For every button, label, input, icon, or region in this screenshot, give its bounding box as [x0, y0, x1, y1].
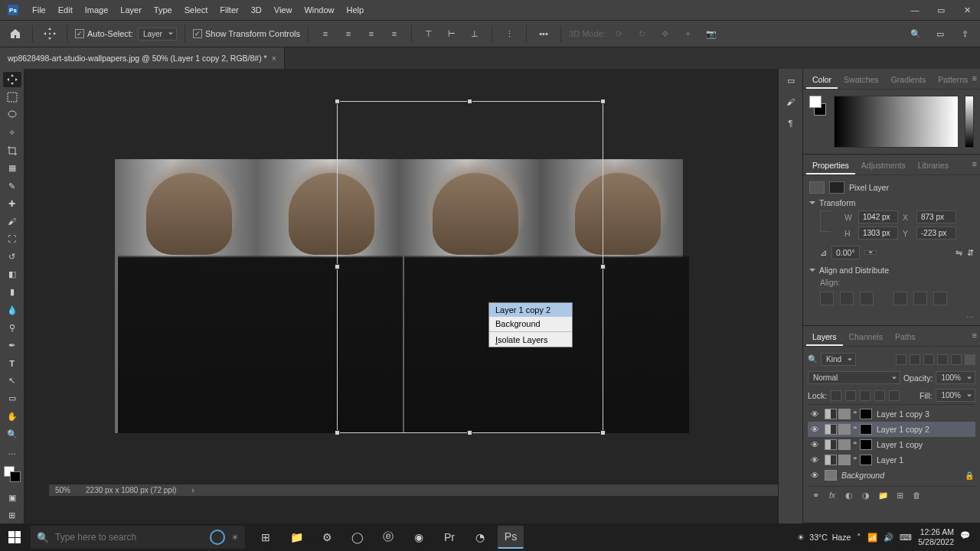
panel-menu-icon[interactable]: ≡ — [972, 159, 977, 168]
language-icon[interactable]: ⌨ — [900, 533, 912, 542]
tab-gradients[interactable]: Gradients — [885, 72, 933, 89]
align-bottom-icon[interactable]: ⊥ — [466, 24, 484, 43]
history-brush-tool[interactable]: ↺ — [3, 249, 21, 265]
more-options-icon[interactable]: ••• — [534, 24, 553, 43]
quick-mask-tool[interactable]: ▣ — [3, 491, 21, 506]
angle-dropdown[interactable] — [864, 250, 877, 255]
flip-v-icon[interactable]: ⇵ — [967, 248, 974, 257]
brush-tool[interactable]: 🖌 — [3, 214, 21, 229]
status-arrow-icon[interactable]: › — [191, 486, 194, 494]
layer-item[interactable]: 👁⚭Layer 1 copy — [808, 437, 975, 452]
photoshop-icon[interactable]: Ps — [498, 526, 524, 549]
show-transform-checkbox[interactable]: Show Transform Controls — [193, 29, 300, 38]
align-left-icon[interactable]: ≡ — [316, 24, 335, 43]
search-input[interactable] — [55, 532, 204, 543]
clock[interactable]: 12:26 AM 5/28/2022 — [918, 527, 954, 546]
menu-layer[interactable]: Layer — [114, 2, 148, 18]
path-tool[interactable]: ↖ — [3, 373, 21, 389]
network-icon[interactable]: 📶 — [867, 533, 877, 543]
edit-toolbar[interactable]: … — [3, 444, 21, 459]
layer-mask-icon[interactable]: ◐ — [843, 490, 855, 500]
color-swatch[interactable] — [4, 466, 21, 481]
visibility-icon[interactable]: 👁 — [809, 409, 820, 419]
more-align-icon[interactable]: … — [809, 310, 974, 319]
explorer-icon[interactable]: 📁 — [283, 526, 309, 549]
zoom-tool[interactable]: 🔍 — [3, 426, 21, 442]
shape-tool[interactable]: ▭ — [3, 391, 21, 406]
share-icon[interactable]: ⇪ — [956, 24, 974, 43]
paragraph-panel-icon[interactable]: ¶ — [784, 116, 798, 130]
auto-select-checkbox[interactable]: Auto-Select: — [75, 29, 133, 38]
maximize-button[interactable]: ▭ — [928, 0, 954, 20]
auto-select-dropdown[interactable]: Layer — [138, 28, 177, 41]
menu-window[interactable]: Window — [298, 2, 340, 18]
blend-mode-dropdown[interactable]: Normal — [808, 371, 900, 384]
visibility-icon[interactable]: 👁 — [809, 471, 820, 480]
link-layers-icon[interactable]: ⚭ — [809, 490, 822, 500]
layer-name[interactable]: Layer 1 copy 3 — [877, 409, 974, 419]
adjustment-layer-icon[interactable]: ◑ — [860, 490, 872, 500]
angle-field[interactable]: 0.00° — [831, 246, 860, 259]
visibility-icon[interactable]: 👁 — [809, 440, 820, 449]
lock-all-icon[interactable] — [889, 390, 900, 401]
layer-name[interactable]: Layer 1 copy — [877, 440, 974, 449]
eraser-tool[interactable]: ◧ — [3, 267, 21, 282]
taskbar-search[interactable]: 🔍 ☀ — [31, 526, 245, 549]
align-right-button[interactable] — [860, 292, 874, 305]
screen-mode-tool[interactable]: ⊞ — [3, 508, 21, 523]
home-icon[interactable] — [6, 24, 24, 43]
dodge-tool[interactable]: ⚲ — [3, 320, 21, 335]
fill-field[interactable]: 100% — [936, 389, 975, 402]
visibility-icon[interactable]: 👁 — [809, 425, 820, 434]
canvas-area[interactable]: Layer 1 copy 2 Background Isolate Layers… — [24, 69, 778, 523]
filter-toggle-icon[interactable] — [965, 354, 975, 365]
tab-patterns[interactable]: Patterns — [932, 72, 974, 89]
menu-view[interactable]: View — [268, 2, 299, 18]
notification-icon[interactable]: 💬 — [960, 530, 974, 544]
menu-filter[interactable]: Filter — [214, 2, 244, 18]
document-canvas[interactable] — [115, 159, 683, 433]
obs-icon[interactable]: ◔ — [467, 526, 493, 549]
pen-tool[interactable]: ✒ — [3, 337, 21, 353]
history-panel-icon[interactable]: ▭ — [784, 73, 798, 87]
volume-icon[interactable]: 🔊 — [884, 533, 893, 543]
wand-tool[interactable]: ✧ — [3, 125, 21, 140]
fg-bg-swatch[interactable] — [809, 96, 828, 148]
flip-h-icon[interactable]: ⇋ — [956, 248, 962, 257]
brush-panel-icon[interactable]: 🖌 — [784, 95, 798, 109]
align-middle-icon[interactable]: ⊢ — [443, 24, 461, 43]
tab-paths[interactable]: Paths — [889, 329, 922, 346]
panel-menu-icon[interactable]: ≡ — [972, 331, 977, 340]
layer-name[interactable]: Layer 1 copy 2 — [877, 425, 974, 434]
weather-widget[interactable]: ☀ 33°C Haze — [797, 533, 851, 542]
gradient-tool[interactable]: ▮ — [3, 285, 21, 300]
group-icon[interactable]: 📁 — [877, 490, 889, 500]
filter-shape-icon[interactable] — [937, 354, 948, 365]
layer-item[interactable]: 👁⚭Layer 1 copy 3 — [808, 406, 975, 422]
workspace-icon[interactable]: ▭ — [931, 24, 949, 43]
filter-adj-icon[interactable] — [910, 354, 920, 365]
lock-position-icon[interactable] — [860, 390, 871, 401]
opera-icon[interactable]: ◉ — [406, 526, 432, 549]
filter-kind-dropdown[interactable]: Kind — [821, 353, 856, 366]
layer-name[interactable]: Background — [841, 471, 960, 480]
lasso-tool[interactable] — [3, 107, 21, 122]
search-icon[interactable]: 🔍 — [906, 24, 925, 43]
filter-pixel-icon[interactable] — [896, 354, 906, 365]
align-bottom-button[interactable] — [933, 292, 947, 305]
cortana-icon[interactable] — [210, 530, 225, 545]
tab-libraries[interactable]: Libraries — [912, 158, 955, 174]
height-field[interactable]: 1303 px — [858, 227, 898, 240]
filter-type-icon[interactable] — [923, 354, 934, 365]
zoom-level[interactable]: 50% — [55, 486, 70, 494]
start-button[interactable] — [0, 523, 29, 551]
transform-section[interactable]: Transform — [809, 198, 974, 207]
panel-menu-icon[interactable]: ≡ — [972, 73, 977, 83]
lock-image-icon[interactable] — [845, 390, 856, 401]
align-section[interactable]: Align and Distribute — [809, 266, 974, 275]
move-tool-icon[interactable] — [41, 24, 59, 43]
link-wh-icon[interactable] — [820, 210, 831, 232]
x-field[interactable]: 873 px — [916, 210, 956, 223]
align-right-icon[interactable]: ≡ — [362, 24, 381, 43]
tray-chevron-icon[interactable]: ˄ — [857, 533, 861, 542]
